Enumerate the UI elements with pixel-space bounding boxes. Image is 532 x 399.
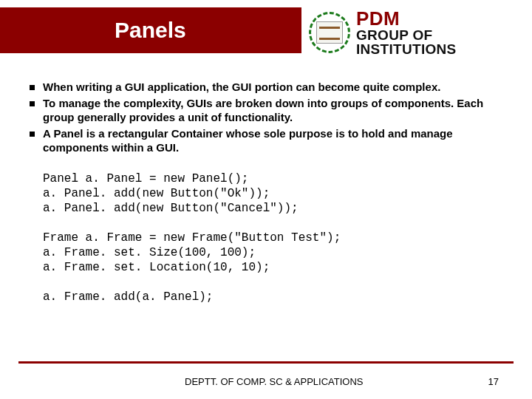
- slide-header: Panels PDM GROUP OF INSTITUTIONS: [0, 0, 532, 56]
- list-item: When writing a GUI application, the GUI …: [30, 80, 502, 95]
- code-line: Frame a. Frame = new Frame("Button Test"…: [43, 231, 502, 245]
- footer-department: DEPTT. OF COMP. SC & APPLICATIONS: [185, 376, 364, 387]
- slide-footer: DEPTT. OF COMP. SC & APPLICATIONS 17: [0, 376, 532, 387]
- institution-logo: PDM GROUP OF INSTITUTIONS: [309, 9, 457, 56]
- footer-divider: [18, 361, 514, 364]
- logo-line1: GROUP OF: [356, 28, 457, 42]
- seal-icon: [309, 12, 350, 53]
- logo-line2: INSTITUTIONS: [356, 42, 457, 56]
- code-line: a. Frame. add(a. Panel);: [43, 290, 502, 304]
- code-line: a. Frame. set. Size(100, 100);: [43, 245, 502, 260]
- code-line: a. Frame. set. Location(10, 10);: [43, 260, 502, 275]
- list-item: A Panel is a rectangular Container whose…: [30, 126, 502, 155]
- code-block-3: a. Frame. add(a. Panel);: [43, 290, 502, 304]
- page-number: 17: [488, 376, 499, 387]
- logo-text: PDM GROUP OF INSTITUTIONS: [356, 9, 457, 56]
- code-block-1: Panel a. Panel = new Panel(); a. Panel. …: [43, 171, 502, 216]
- list-item: To manage the complexity, GUIs are broke…: [30, 96, 502, 125]
- code-section: Panel a. Panel = new Panel(); a. Panel. …: [30, 171, 502, 304]
- code-line: a. Panel. add(new Button("Cancel"));: [43, 201, 502, 216]
- slide-title: Panels: [0, 7, 301, 53]
- bullet-list: When writing a GUI application, the GUI …: [30, 80, 502, 155]
- code-line: a. Panel. add(new Button("Ok"));: [43, 186, 502, 201]
- logo-top: PDM: [356, 9, 457, 28]
- code-line: Panel a. Panel = new Panel();: [43, 171, 502, 186]
- code-block-2: Frame a. Frame = new Frame("Button Test"…: [43, 231, 502, 275]
- slide-content: When writing a GUI application, the GUI …: [0, 56, 532, 304]
